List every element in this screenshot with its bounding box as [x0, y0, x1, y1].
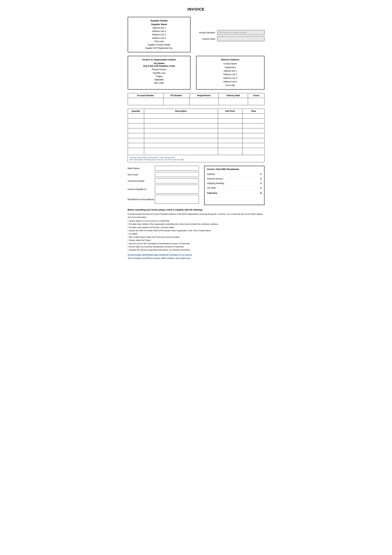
remittance-input[interactable]	[155, 195, 199, 204]
delivery-address-box: Delivery Address Contact Name Department…	[196, 56, 264, 89]
delivery-department: Department	[199, 66, 261, 69]
account-number-label: Account Number	[128, 180, 155, 182]
invoice-title: INVOICE	[128, 7, 264, 12]
delivery-contact: Contact Name	[199, 62, 261, 66]
delivery-address3: Address Line 3	[199, 76, 261, 80]
items-hint: Provide clear details of the goods / ser…	[128, 155, 264, 162]
shipping-row: Shipping Handling $	[207, 181, 262, 186]
discount-value: $	[260, 177, 262, 180]
compliance-title: Before submitting your Invoice please ch…	[128, 209, 264, 211]
totals-header: Invoice Total With Breakdown	[207, 168, 262, 170]
compliance-item-8: Has the correct VAT Calculations (Handwr…	[128, 242, 264, 245]
subtotal-value: $	[260, 173, 262, 175]
col-account-number: Account Number	[128, 93, 163, 98]
item-row-5	[128, 133, 264, 138]
compliance-item-4: Quotes the NHS Purchase Order (PO) Numbe…	[128, 229, 264, 232]
subtotal-row: Subtotal $	[207, 172, 262, 176]
org-header: Invoice to Organisation Details	[131, 58, 187, 61]
delivery-address2: Address Line 2	[199, 73, 261, 76]
items-hint-line2: Item Description Including Qty Invoiced,…	[130, 159, 263, 161]
item-row-6	[128, 138, 264, 143]
vat-value: $	[260, 186, 262, 189]
delivery-note-cell[interactable]	[219, 98, 248, 105]
org-postcode: WF3 1WE	[131, 81, 187, 85]
warning-line1: No personally identifiable data should b…	[128, 254, 192, 256]
invoice-payable-input[interactable]	[155, 185, 199, 193]
info-table-row	[128, 98, 264, 105]
supplier-address3: Address Line 3	[131, 33, 187, 36]
po-number-cell[interactable]	[163, 98, 189, 105]
remittance-label: Remittance email address:	[128, 198, 155, 201]
compliance-item-1: Clearly States if it is an Invoice or Cr…	[128, 219, 264, 222]
requisitioner-cell[interactable]	[189, 98, 219, 105]
discount-label: Discount Amount	[207, 177, 223, 180]
delivery-address4: Address Line 4	[199, 80, 261, 83]
org-address2: Topcliffe Lane	[131, 72, 187, 75]
invoice-payable-label: Invoice Payable to:	[128, 188, 155, 190]
col-terms: Terms	[248, 93, 264, 98]
org-address3: Tingley	[131, 75, 187, 78]
invoice-date-label: Invoice Date:	[196, 37, 217, 40]
item-row-1	[128, 114, 264, 118]
supplier-vat: Supplier VAT Registration No.	[131, 46, 187, 50]
supplier-header: Supplier Details	[131, 19, 187, 22]
compliance-list: Clearly States if it is an Invoice or Cr…	[128, 219, 264, 252]
col-unit-price: Unit Price	[218, 109, 242, 114]
info-table: Account Number PO Number Requisitioner D…	[128, 93, 264, 105]
supplier-name: Supplier Name	[131, 23, 187, 26]
invoice-date-row: Invoice Date:	[196, 36, 264, 41]
invoice-fields: Invoice Number: This must be a unique nu…	[196, 17, 264, 52]
terms-cell[interactable]	[248, 98, 264, 105]
item-row-7	[128, 143, 264, 148]
invoice-date-input[interactable]	[217, 36, 264, 41]
total-row: Total Due $	[207, 191, 262, 195]
compliance-item-7: Clearly states the Payee	[128, 239, 264, 242]
supplier-contact: Supplier Contact Details	[131, 43, 187, 46]
col-total: Total	[242, 109, 264, 114]
compliance-intro: ● Clearly quotes the full and correct Pa…	[128, 212, 264, 219]
sort-code-input[interactable]	[155, 172, 199, 177]
item-row-2	[128, 118, 264, 124]
delivery-header: Delivery Address	[199, 58, 261, 61]
org-address1: Phoenix House	[131, 68, 187, 71]
account-number-input[interactable]	[155, 178, 199, 183]
supplier-postcode: Post code	[131, 40, 187, 43]
shipping-value: $	[260, 182, 262, 184]
items-table: Quantity Description Unit Price Total	[128, 109, 264, 155]
supplier-address2: Address Line 2	[131, 30, 187, 33]
bank-name-input[interactable]	[155, 166, 199, 171]
vat-label: Vat Value	[207, 187, 216, 189]
shipping-label: Shipping Handling	[207, 182, 224, 184]
org-code: Org Code and Payables Code	[131, 65, 187, 67]
col-po-number: PO Number	[163, 93, 189, 98]
account-number-row: Account Number	[128, 178, 199, 183]
invoice-number-input[interactable]: This must be a unique number	[217, 30, 264, 35]
invoice-number-row: Invoice Number: This must be a unique nu…	[196, 30, 264, 35]
compliance-item-10: Includes the relevant supporting informa…	[128, 248, 264, 251]
sort-code-row: Sort Code	[128, 172, 199, 177]
compliance-item-2: Provides clear details of the organisati…	[128, 222, 264, 226]
compliance-item-9: Invoice Adds Up Correctly (Handwritten I…	[128, 245, 264, 248]
bank-name-row: Bank Name	[128, 166, 199, 171]
item-row-3	[128, 124, 264, 128]
compliance-item-6: Has a Valid Invoice Date (Tax Point) and…	[128, 235, 264, 239]
vat-row: Vat Value $	[207, 186, 262, 190]
bank-section: Bank Name Sort Code Account Number Invoi…	[128, 166, 199, 205]
col-description: Description	[144, 109, 218, 114]
col-requisitioner: Requisitioner	[189, 93, 219, 98]
total-value: $	[260, 192, 262, 194]
org-details-box: Invoice to Organisation Details Org Name…	[128, 56, 191, 89]
compliance-section: Before submitting your Invoice please ch…	[128, 209, 264, 260]
compliance-item-3: Provides clear details of all Goods / Se…	[128, 226, 264, 229]
total-label: Total Due	[207, 192, 217, 194]
bank-name-label: Bank Name	[128, 167, 155, 170]
sort-code-label: Sort Code	[128, 173, 155, 176]
bank-totals-section: Bank Name Sort Code Account Number Invoi…	[128, 166, 264, 205]
account-number-cell[interactable]	[128, 98, 163, 105]
delivery-postcode: Post code	[199, 84, 261, 87]
invoice-payable-row: Invoice Payable to:	[128, 185, 199, 193]
remittance-row: Remittance email address:	[128, 195, 199, 204]
supplier-details-box: Supplier Details Supplier Name Address l…	[128, 17, 191, 52]
col-delivery-note: Delivery Note	[219, 93, 248, 98]
compliance-item-5: Is Legible	[128, 232, 264, 235]
